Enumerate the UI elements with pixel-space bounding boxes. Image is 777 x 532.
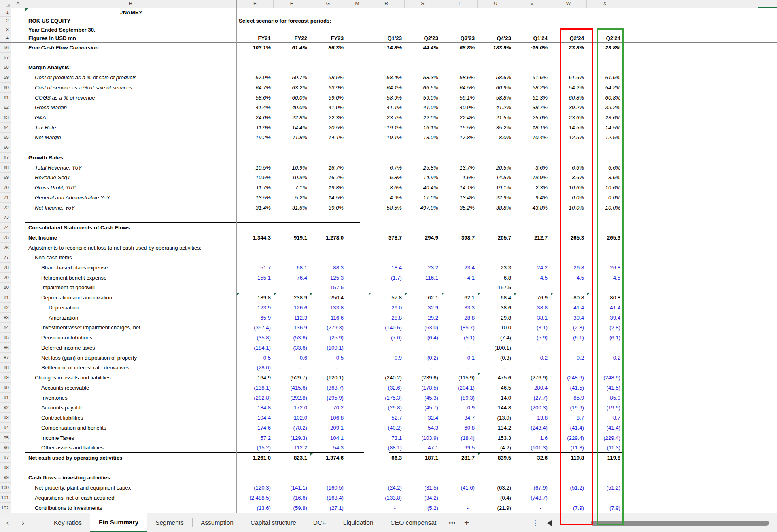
cell-E73[interactable] [237, 212, 274, 223]
cell-T86[interactable]: - [441, 343, 478, 353]
cell-R90[interactable]: (32.6) [368, 383, 405, 393]
cell-F74[interactable] [274, 223, 310, 233]
cell-V82[interactable]: 38.8 [514, 303, 550, 313]
cell-G99[interactable] [310, 473, 346, 483]
empty-cells[interactable] [623, 363, 777, 373]
row-label-88[interactable]: Settlement of interest rate derivatives [25, 363, 237, 373]
empty-cells[interactable] [623, 303, 777, 313]
row-label-90[interactable]: Accounts receivable [25, 383, 237, 393]
cell-E93[interactable]: 104.4 [237, 413, 274, 423]
cell-T74[interactable] [441, 223, 478, 233]
col-header-Q2-23[interactable]: Q2'23 [405, 34, 441, 42]
cell-R74[interactable] [368, 223, 405, 233]
cell-F99[interactable] [274, 473, 310, 483]
cell-S84[interactable]: (63.0) [405, 323, 441, 333]
cell-T82[interactable]: 33.3 [441, 303, 478, 313]
cell-E62[interactable]: 41.4% [237, 102, 274, 112]
cell-A73[interactable] [11, 212, 25, 223]
cell-S86[interactable]: - [405, 343, 441, 353]
row-header-74[interactable]: 74 [0, 223, 11, 233]
row-label-76[interactable]: Adjustments to reconcile net loss to net… [25, 243, 237, 253]
cell-F73[interactable] [274, 212, 310, 223]
gap-cell[interactable] [346, 393, 368, 403]
cell-R56[interactable]: 14.8% [368, 42, 405, 53]
cell-S76[interactable] [405, 243, 441, 253]
cell-U56[interactable]: 183.9% [478, 42, 514, 53]
cell-G64[interactable]: 20.5% [310, 123, 346, 133]
cell-A101[interactable] [11, 493, 25, 503]
cell-R73[interactable] [368, 212, 405, 223]
cell-R78[interactable]: 18.4 [368, 263, 405, 273]
cell-S83[interactable]: 29.2 [405, 313, 441, 323]
cell-T60[interactable]: 64.5% [441, 83, 478, 93]
cell-U95[interactable]: 153.3 [478, 433, 514, 443]
cell-S58[interactable] [405, 62, 441, 72]
cell-R57[interactable] [368, 53, 405, 63]
row-header-76[interactable]: 76 [0, 243, 11, 253]
row-header-4[interactable]: 4 [0, 34, 11, 42]
gap-cell[interactable] [346, 323, 368, 333]
col-header-Q1-23[interactable]: Q1'23 [368, 34, 405, 42]
empty-cells[interactable] [623, 283, 777, 293]
cell-E98[interactable] [237, 463, 274, 473]
cell-U92[interactable]: 144.8 [478, 403, 514, 413]
cell-V92[interactable]: (200.3) [514, 403, 550, 413]
cell-T67[interactable] [441, 153, 478, 163]
cell-A90[interactable] [11, 383, 25, 393]
cell-A89[interactable] [11, 373, 25, 383]
empty-cells[interactable] [623, 443, 777, 453]
cell-E94[interactable]: 174.6 [237, 423, 274, 433]
cell-U74[interactable] [478, 223, 514, 233]
cell-A80[interactable] [11, 283, 25, 293]
cell-G85[interactable]: (25.9) [310, 333, 346, 343]
cell-A2[interactable] [11, 17, 25, 25]
cell-A93[interactable] [11, 413, 25, 423]
gap-cell[interactable] [346, 112, 368, 123]
cell-R97[interactable]: 66.3 [368, 453, 405, 463]
cell-R64[interactable]: 19.1% [368, 123, 405, 133]
cell-A102[interactable] [11, 503, 25, 513]
cell-S82[interactable]: 32.9 [405, 303, 441, 313]
row-header-75[interactable]: 75 [0, 233, 11, 243]
empty-cells[interactable] [623, 313, 777, 323]
cell-G96[interactable]: 54.3 [310, 443, 346, 453]
cell-F66[interactable] [274, 142, 310, 153]
empty-cells[interactable] [623, 413, 777, 423]
empty-cells[interactable] [623, 173, 777, 183]
empty-cells[interactable] [623, 373, 777, 383]
cell-V96[interactable]: (101.3) [514, 443, 550, 453]
gap-cell[interactable] [346, 503, 368, 513]
row-header-88[interactable]: 88 [0, 363, 11, 373]
cell-S87[interactable]: (0.2) [405, 353, 441, 363]
cell-V56[interactable]: -15.0% [514, 42, 550, 53]
row-header-95[interactable]: 95 [0, 433, 11, 443]
empty-cells[interactable] [623, 193, 777, 203]
tab-scroll-right-arrow[interactable]: › [15, 513, 31, 532]
row-header-91[interactable]: 91 [0, 393, 11, 403]
gap-cell[interactable] [346, 353, 368, 363]
cell-U61[interactable]: 58.8% [478, 93, 514, 103]
cell-V95[interactable]: 1.6 [514, 433, 550, 443]
empty-cells[interactable] [623, 292, 777, 303]
empty-cells[interactable] [368, 17, 777, 25]
cell-S91[interactable]: (45.3) [405, 393, 441, 403]
cell-T71[interactable]: 13.4% [441, 193, 478, 203]
cell-E60[interactable]: 64.7% [237, 83, 274, 93]
cell-F63[interactable]: 22.8% [274, 112, 310, 123]
cell-V81[interactable]: 76.9 [514, 292, 550, 303]
cell-G80[interactable]: 157.5 [310, 283, 346, 293]
row-label-63[interactable]: G&A [25, 112, 237, 123]
empty-cells[interactable] [623, 333, 777, 343]
cell-R67[interactable] [368, 153, 405, 163]
cell-R87[interactable]: 0.9 [368, 353, 405, 363]
cell-R61[interactable]: 58.9% [368, 93, 405, 103]
row-label-58[interactable]: Margin Analysis: [25, 62, 237, 72]
empty-cells[interactable] [623, 112, 777, 123]
cell-E89[interactable]: 164.9 [237, 373, 274, 383]
cell-A76[interactable] [11, 243, 25, 253]
cell-R59[interactable]: 58.4% [368, 72, 405, 83]
cell-R68[interactable]: 6.7% [368, 163, 405, 173]
row-label-98[interactable] [25, 463, 237, 473]
empty-cells[interactable] [623, 53, 777, 63]
cell-S59[interactable]: 58.3% [405, 72, 441, 83]
